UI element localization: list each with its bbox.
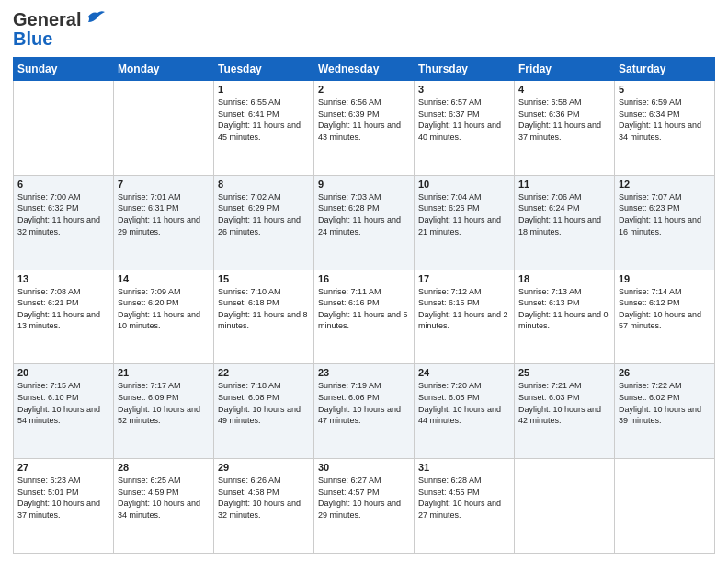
cell-info: Sunrise: 7:07 AMSunset: 6:23 PMDaylight:… bbox=[619, 191, 711, 237]
day-number: 19 bbox=[619, 273, 711, 284]
weekday-header-monday: Monday bbox=[114, 58, 214, 81]
week-row-4: 20Sunrise: 7:15 AMSunset: 6:10 PMDayligh… bbox=[14, 364, 715, 459]
calendar-cell: 29Sunrise: 6:26 AMSunset: 4:58 PMDayligh… bbox=[214, 459, 314, 554]
calendar-cell: 4Sunrise: 6:58 AMSunset: 6:36 PMDaylight… bbox=[515, 81, 615, 176]
calendar-cell: 9Sunrise: 7:03 AMSunset: 6:28 PMDaylight… bbox=[314, 175, 415, 270]
calendar-cell: 31Sunrise: 6:28 AMSunset: 4:55 PMDayligh… bbox=[415, 459, 515, 554]
calendar-cell: 6Sunrise: 7:00 AMSunset: 6:32 PMDaylight… bbox=[14, 175, 114, 270]
calendar-cell: 23Sunrise: 7:19 AMSunset: 6:06 PMDayligh… bbox=[314, 364, 415, 459]
calendar-cell: 14Sunrise: 7:09 AMSunset: 6:20 PMDayligh… bbox=[114, 270, 214, 364]
cell-info: Sunrise: 7:00 AMSunset: 6:32 PMDaylight:… bbox=[17, 191, 109, 237]
weekday-header-thursday: Thursday bbox=[415, 58, 515, 81]
cell-info: Sunrise: 6:59 AMSunset: 6:34 PMDaylight:… bbox=[619, 97, 711, 143]
cell-info: Sunrise: 7:19 AMSunset: 6:06 PMDaylight:… bbox=[318, 380, 410, 426]
calendar-cell: 10Sunrise: 7:04 AMSunset: 6:26 PMDayligh… bbox=[415, 175, 515, 270]
day-number: 7 bbox=[118, 178, 210, 190]
cell-info: Sunrise: 6:26 AMSunset: 4:58 PMDaylight:… bbox=[218, 475, 310, 521]
day-number: 22 bbox=[218, 367, 310, 378]
weekday-header-sunday: Sunday bbox=[14, 58, 114, 81]
calendar-cell bbox=[615, 459, 715, 554]
weekday-header-saturday: Saturday bbox=[615, 58, 715, 81]
day-number: 18 bbox=[518, 273, 610, 284]
calendar-cell: 25Sunrise: 7:21 AMSunset: 6:03 PMDayligh… bbox=[515, 364, 615, 459]
calendar-cell: 1Sunrise: 6:55 AMSunset: 6:41 PMDaylight… bbox=[214, 81, 314, 176]
calendar-cell: 24Sunrise: 7:20 AMSunset: 6:05 PMDayligh… bbox=[415, 364, 515, 459]
day-number: 15 bbox=[218, 273, 310, 284]
calendar-cell: 15Sunrise: 7:10 AMSunset: 6:18 PMDayligh… bbox=[214, 270, 314, 364]
day-number: 29 bbox=[218, 462, 310, 473]
weekday-header-friday: Friday bbox=[515, 58, 615, 81]
cell-info: Sunrise: 7:08 AMSunset: 6:21 PMDaylight:… bbox=[17, 286, 109, 332]
cell-info: Sunrise: 7:14 AMSunset: 6:12 PMDaylight:… bbox=[619, 286, 711, 332]
calendar-cell: 5Sunrise: 6:59 AMSunset: 6:34 PMDaylight… bbox=[615, 81, 715, 176]
week-row-3: 13Sunrise: 7:08 AMSunset: 6:21 PMDayligh… bbox=[14, 270, 715, 364]
cell-info: Sunrise: 7:12 AMSunset: 6:15 PMDaylight:… bbox=[418, 286, 510, 332]
cell-info: Sunrise: 7:02 AMSunset: 6:29 PMDaylight:… bbox=[218, 191, 310, 237]
logo-bird-icon bbox=[85, 9, 105, 26]
cell-info: Sunrise: 7:04 AMSunset: 6:26 PMDaylight:… bbox=[418, 191, 510, 237]
calendar-cell: 3Sunrise: 6:57 AMSunset: 6:37 PMDaylight… bbox=[415, 81, 515, 176]
day-number: 16 bbox=[318, 273, 410, 284]
calendar-cell: 28Sunrise: 6:25 AMSunset: 4:59 PMDayligh… bbox=[114, 459, 214, 554]
header: General Blue bbox=[13, 9, 715, 50]
calendar-cell bbox=[114, 81, 214, 176]
day-number: 28 bbox=[118, 462, 210, 473]
weekday-header-row: SundayMondayTuesdayWednesdayThursdayFrid… bbox=[14, 58, 715, 81]
weekday-header-wednesday: Wednesday bbox=[314, 58, 415, 81]
day-number: 24 bbox=[418, 367, 510, 378]
calendar-table: SundayMondayTuesdayWednesdayThursdayFrid… bbox=[13, 57, 715, 554]
day-number: 23 bbox=[318, 367, 410, 378]
calendar-cell: 13Sunrise: 7:08 AMSunset: 6:21 PMDayligh… bbox=[14, 270, 114, 364]
day-number: 31 bbox=[418, 462, 510, 473]
logo-general-text: General bbox=[13, 9, 81, 30]
cell-info: Sunrise: 7:10 AMSunset: 6:18 PMDaylight:… bbox=[218, 286, 310, 332]
day-number: 10 bbox=[418, 178, 510, 190]
cell-info: Sunrise: 6:56 AMSunset: 6:39 PMDaylight:… bbox=[318, 97, 410, 143]
calendar-cell: 8Sunrise: 7:02 AMSunset: 6:29 PMDaylight… bbox=[214, 175, 314, 270]
day-number: 21 bbox=[118, 367, 210, 378]
day-number: 12 bbox=[619, 178, 711, 190]
calendar-cell: 17Sunrise: 7:12 AMSunset: 6:15 PMDayligh… bbox=[415, 270, 515, 364]
calendar-cell bbox=[515, 459, 615, 554]
calendar-cell: 2Sunrise: 6:56 AMSunset: 6:39 PMDaylight… bbox=[314, 81, 415, 176]
calendar-cell: 18Sunrise: 7:13 AMSunset: 6:13 PMDayligh… bbox=[515, 270, 615, 364]
cell-info: Sunrise: 7:17 AMSunset: 6:09 PMDaylight:… bbox=[118, 380, 210, 426]
day-number: 30 bbox=[318, 462, 410, 473]
logo-blue-text: Blue bbox=[13, 29, 52, 50]
calendar-cell bbox=[14, 81, 114, 176]
cell-info: Sunrise: 6:28 AMSunset: 4:55 PMDaylight:… bbox=[418, 475, 510, 521]
calendar-cell: 19Sunrise: 7:14 AMSunset: 6:12 PMDayligh… bbox=[615, 270, 715, 364]
day-number: 20 bbox=[17, 367, 109, 378]
day-number: 27 bbox=[17, 462, 109, 473]
cell-info: Sunrise: 6:55 AMSunset: 6:41 PMDaylight:… bbox=[218, 97, 310, 143]
cell-info: Sunrise: 7:09 AMSunset: 6:20 PMDaylight:… bbox=[118, 286, 210, 332]
calendar-cell: 12Sunrise: 7:07 AMSunset: 6:23 PMDayligh… bbox=[615, 175, 715, 270]
day-number: 5 bbox=[619, 84, 711, 95]
cell-info: Sunrise: 7:18 AMSunset: 6:08 PMDaylight:… bbox=[218, 380, 310, 426]
cell-info: Sunrise: 6:57 AMSunset: 6:37 PMDaylight:… bbox=[418, 97, 510, 143]
cell-info: Sunrise: 7:11 AMSunset: 6:16 PMDaylight:… bbox=[318, 286, 410, 332]
cell-info: Sunrise: 6:27 AMSunset: 4:57 PMDaylight:… bbox=[318, 475, 410, 521]
week-row-1: 1Sunrise: 6:55 AMSunset: 6:41 PMDaylight… bbox=[14, 81, 715, 176]
week-row-2: 6Sunrise: 7:00 AMSunset: 6:32 PMDaylight… bbox=[14, 175, 715, 270]
day-number: 6 bbox=[17, 178, 109, 190]
cell-info: Sunrise: 7:03 AMSunset: 6:28 PMDaylight:… bbox=[318, 191, 410, 237]
day-number: 14 bbox=[118, 273, 210, 284]
day-number: 17 bbox=[418, 273, 510, 284]
calendar-cell: 16Sunrise: 7:11 AMSunset: 6:16 PMDayligh… bbox=[314, 270, 415, 364]
calendar-cell: 27Sunrise: 6:23 AMSunset: 5:01 PMDayligh… bbox=[14, 459, 114, 554]
cell-info: Sunrise: 7:22 AMSunset: 6:02 PMDaylight:… bbox=[619, 380, 711, 426]
day-number: 13 bbox=[17, 273, 109, 284]
calendar-cell: 21Sunrise: 7:17 AMSunset: 6:09 PMDayligh… bbox=[114, 364, 214, 459]
cell-info: Sunrise: 7:13 AMSunset: 6:13 PMDaylight:… bbox=[518, 286, 610, 332]
calendar-cell: 22Sunrise: 7:18 AMSunset: 6:08 PMDayligh… bbox=[214, 364, 314, 459]
cell-info: Sunrise: 6:23 AMSunset: 5:01 PMDaylight:… bbox=[17, 475, 109, 521]
cell-info: Sunrise: 7:06 AMSunset: 6:24 PMDaylight:… bbox=[518, 191, 610, 237]
day-number: 11 bbox=[518, 178, 610, 190]
cell-info: Sunrise: 7:15 AMSunset: 6:10 PMDaylight:… bbox=[17, 380, 109, 426]
cell-info: Sunrise: 6:25 AMSunset: 4:59 PMDaylight:… bbox=[118, 475, 210, 521]
day-number: 2 bbox=[318, 84, 410, 95]
day-number: 9 bbox=[318, 178, 410, 190]
cell-info: Sunrise: 7:20 AMSunset: 6:05 PMDaylight:… bbox=[418, 380, 510, 426]
page: General Blue SundayMondayTuesdayWednesda… bbox=[0, 0, 728, 563]
